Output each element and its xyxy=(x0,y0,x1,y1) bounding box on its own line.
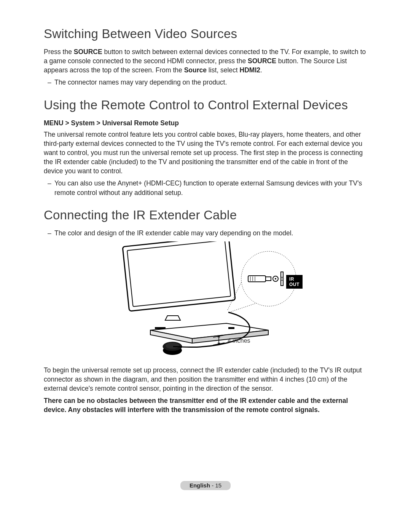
page-content: Switching Between Video Sources Press th… xyxy=(0,0,411,433)
section1-paragraph: Press the SOURCE button to switch betwee… xyxy=(44,47,367,75)
footer-pagenum: 15 xyxy=(215,482,221,489)
section2-note1: You can also use the Anynet+ (HDMI-CEC) … xyxy=(54,179,367,197)
section2-paragraph: The universal remote control feature let… xyxy=(44,130,367,176)
svg-rect-1 xyxy=(127,241,231,307)
section2-heading: Using the Remote Control to Control Exte… xyxy=(44,98,367,112)
svg-rect-12 xyxy=(266,277,271,281)
ir-out-label: IR OUT xyxy=(286,275,303,289)
svg-point-14 xyxy=(275,278,276,280)
distance-label: 4 inches xyxy=(228,337,250,344)
section3-heading: Connecting the IR Extender Cable xyxy=(44,208,367,222)
svg-rect-8 xyxy=(248,276,266,282)
section3-note1: The color and design of the IR extender … xyxy=(54,228,367,238)
ir-extender-diagram: IR OUT 4 inches xyxy=(114,241,297,359)
footer-language: English xyxy=(190,482,210,489)
section3-warning: There can be no obstacles between the tr… xyxy=(44,396,367,414)
section3-paragraph2: To begin the universal remote set up pro… xyxy=(44,366,367,393)
section1-heading: Switching Between Video Sources xyxy=(44,27,367,41)
page-number-pill: English - 15 xyxy=(180,481,231,490)
svg-point-17 xyxy=(282,278,283,279)
section2-menu-path: MENU > System > Universal Remote Setup xyxy=(44,118,367,128)
svg-point-6 xyxy=(166,343,179,349)
section1-note1: The connector names may vary depending o… xyxy=(54,78,367,87)
svg-rect-2 xyxy=(155,327,166,329)
svg-rect-3 xyxy=(228,327,234,329)
page-footer: English - 15 xyxy=(0,481,411,490)
footer-sep: - xyxy=(210,482,215,489)
